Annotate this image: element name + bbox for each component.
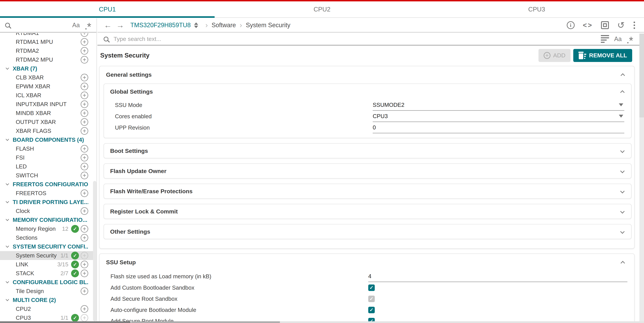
add-instance-button[interactable]: +: [81, 92, 88, 99]
horizontal-scrollbar[interactable]: [0, 321, 644, 323]
device-name[interactable]: TMS320F29H859TU8: [130, 21, 191, 29]
sidebar-item[interactable]: Sections +: [0, 233, 96, 242]
field-value[interactable]: 0: [373, 122, 624, 133]
chip-icon[interactable]: [601, 21, 609, 29]
add-instance-button[interactable]: +: [81, 154, 88, 161]
chevron-down-icon[interactable]: [2, 67, 13, 70]
field-value[interactable]: 4: [368, 271, 628, 282]
add-instance-button[interactable]: +: [81, 234, 88, 242]
sidebar-item[interactable]: CPU3 1/1 ✓ +: [0, 314, 96, 321]
chevron-down-icon[interactable]: [2, 183, 13, 186]
chevron-down-icon[interactable]: [2, 139, 13, 141]
sidebar-item[interactable]: System Security 1/1 ✓ +: [0, 251, 96, 260]
add-instance-button[interactable]: +: [81, 74, 88, 81]
collapsed-section-header[interactable]: Register Lock & Commit: [104, 204, 631, 219]
sidebar-item[interactable]: BOARD COMPONENTS (4): [0, 135, 96, 144]
match-case-icon[interactable]: Aa: [614, 35, 622, 43]
chevron-down-icon[interactable]: [620, 169, 624, 173]
sidebar-item[interactable]: TI DRIVER PORTING LAYE...: [0, 198, 96, 207]
add-instance-button[interactable]: +: [81, 163, 88, 170]
add-instance-button[interactable]: +: [81, 190, 88, 197]
add-instance-button[interactable]: +: [81, 252, 88, 259]
sidebar-item[interactable]: RTDMA2 +: [0, 46, 96, 55]
add-instance-button[interactable]: +: [81, 270, 88, 277]
chevron-down-icon[interactable]: [2, 201, 13, 203]
sidebar-item[interactable]: CPU2 +: [0, 305, 96, 314]
sidebar-item[interactable]: SYSTEM SECURITY CONFI...: [0, 242, 96, 251]
sidebar-item[interactable]: XBAR (7): [0, 64, 96, 73]
code-icon[interactable]: <>: [583, 21, 593, 29]
add-instance-button[interactable]: +: [81, 118, 88, 126]
add-instance-button[interactable]: +: [81, 172, 88, 179]
chevron-down-icon[interactable]: [620, 229, 624, 234]
sidebar-item[interactable]: CLB XBAR +: [0, 73, 96, 82]
checkbox[interactable]: ✓: [368, 285, 375, 291]
sidebar-item[interactable]: FREERTOS CONFIGURATIO...: [0, 180, 96, 189]
horizontal-scrollbar-thumb[interactable]: [131, 321, 280, 323]
chevron-down-icon[interactable]: [2, 281, 13, 284]
add-instance-button[interactable]: +: [81, 83, 88, 90]
history-icon[interactable]: ↺: [617, 21, 625, 30]
sidebar-item[interactable]: RTDMA1 MPU +: [0, 37, 96, 46]
device-switch-icon[interactable]: [194, 22, 198, 28]
sidebar-item[interactable]: Tile Design +: [0, 287, 96, 296]
breadcrumb-software[interactable]: Software: [212, 21, 236, 29]
field-value[interactable]: CPU3: [373, 111, 624, 122]
sidebar-item[interactable]: FREERTOS +: [0, 189, 96, 198]
sidebar-item[interactable]: LINK 3/15 ✓ +: [0, 260, 96, 269]
chevron-down-icon[interactable]: [620, 189, 624, 193]
sidebar-item[interactable]: FLASH +: [0, 144, 96, 153]
search-input[interactable]: [114, 36, 596, 42]
add-instance-button[interactable]: +: [81, 305, 88, 313]
add-instance-button[interactable]: +: [81, 127, 88, 135]
add-button[interactable]: + ADD: [538, 49, 571, 62]
add-instance-button[interactable]: +: [81, 47, 88, 55]
forward-arrow-icon[interactable]: →: [116, 21, 124, 29]
horizontal-scrollbar-thumb[interactable]: [0, 321, 130, 323]
sidebar-item[interactable]: Memory Region 12 ✓ +: [0, 224, 96, 233]
add-instance-button[interactable]: +: [81, 225, 88, 233]
add-instance-button[interactable]: +: [81, 145, 88, 153]
add-instance-button[interactable]: +: [81, 314, 88, 321]
checkbox[interactable]: ✓: [368, 296, 375, 302]
match-case-icon[interactable]: Aa: [72, 21, 80, 29]
add-instance-button[interactable]: +: [81, 56, 88, 63]
breadcrumb-system-security[interactable]: System Security: [246, 21, 290, 29]
chevron-down-icon[interactable]: [2, 219, 13, 221]
add-instance-button[interactable]: +: [81, 38, 88, 46]
tab-cpu2[interactable]: CPU2: [214, 1, 429, 17]
info-icon[interactable]: i: [567, 21, 575, 29]
checkbox[interactable]: ✓: [368, 318, 375, 322]
sidebar-item[interactable]: RTDMA2 MPU +: [0, 55, 96, 64]
chevron-down-icon[interactable]: [620, 209, 624, 213]
sidebar-item[interactable]: MINDB XBAR +: [0, 109, 96, 118]
sidebar-item[interactable]: XBAR FLAGS +: [0, 126, 96, 135]
sidebar-item[interactable]: CONFIGURABLE LOGIC BL...: [0, 278, 96, 287]
field-value[interactable]: SSUMODE2: [373, 99, 624, 111]
sidebar-item[interactable]: Clock +: [0, 207, 96, 216]
tab-cpu1[interactable]: CPU1: [0, 1, 214, 17]
regex-icon[interactable]: .*: [85, 20, 91, 31]
general-settings-header[interactable]: General settings: [100, 66, 634, 83]
back-arrow-icon[interactable]: ←: [104, 21, 112, 29]
chevron-down-icon[interactable]: [620, 149, 624, 153]
sidebar-item[interactable]: SWITCH +: [0, 171, 96, 180]
add-instance-button[interactable]: +: [81, 33, 88, 37]
collapsed-section-header[interactable]: Flash Write/Erase Protections: [104, 184, 631, 198]
sidebar-item[interactable]: FSI +: [0, 153, 96, 162]
regex-icon[interactable]: .*: [627, 33, 633, 44]
add-instance-button[interactable]: +: [81, 207, 88, 215]
ssu-setup-header[interactable]: SSU Setup: [100, 254, 634, 271]
checkbox[interactable]: ✓: [368, 307, 375, 313]
filter-list-icon[interactable]: [601, 35, 609, 43]
chevron-up-icon[interactable]: [620, 73, 625, 77]
collapsed-section-header[interactable]: Boot Settings: [104, 144, 631, 158]
main-scrollbar[interactable]: [640, 33, 644, 321]
add-instance-button[interactable]: +: [81, 100, 88, 108]
kebab-menu-icon[interactable]: [633, 21, 636, 30]
global-settings-header[interactable]: Global Settings: [104, 84, 631, 99]
add-instance-button[interactable]: +: [81, 287, 88, 295]
collapsed-section-header[interactable]: Other Settings: [104, 224, 631, 239]
sidebar-item[interactable]: MULTI CORE (2): [0, 296, 96, 305]
sidebar-search-input[interactable]: [15, 22, 67, 28]
